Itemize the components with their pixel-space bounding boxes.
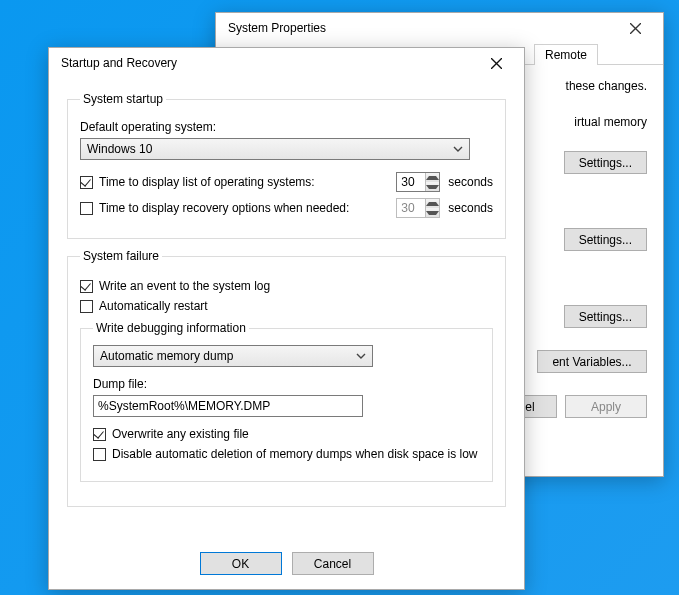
tab-remote[interactable]: Remote <box>534 44 598 65</box>
write-debug-info-group: Write debugging information Automatic me… <box>80 321 493 482</box>
spinner-down-icon[interactable] <box>426 182 439 191</box>
chk-disable-auto-delete-label: Disable automatic deletion of memory dum… <box>112 447 478 461</box>
chevron-down-icon <box>356 351 366 361</box>
debug-info-select[interactable]: Automatic memory dump <box>93 345 373 367</box>
system-startup-legend: System startup <box>80 92 166 106</box>
chk-write-event-log[interactable] <box>80 280 93 293</box>
environment-variables-button[interactable]: ent Variables... <box>537 350 647 373</box>
default-os-select[interactable]: Windows 10 <box>80 138 470 160</box>
write-debug-info-legend: Write debugging information <box>93 321 249 335</box>
dialog-footer: OK Cancel <box>49 542 524 589</box>
spinner-up-icon[interactable] <box>426 173 439 182</box>
chk-overwrite-existing-label: Overwrite any existing file <box>112 427 249 441</box>
default-os-value: Windows 10 <box>87 142 152 156</box>
seconds-label: seconds <box>448 201 493 215</box>
dialog-title: Startup and Recovery <box>61 56 177 70</box>
chk-display-os-label: Time to display list of operating system… <box>99 175 315 189</box>
dialog-titlebar: Startup and Recovery <box>49 48 524 78</box>
chk-disable-auto-delete[interactable] <box>93 448 106 461</box>
system-startup-group: System startup Default operating system:… <box>67 92 506 239</box>
system-failure-group: System failure Write an event to the sys… <box>67 249 506 507</box>
chk-display-recovery-label: Time to display recovery options when ne… <box>99 201 349 215</box>
chk-write-event-log-label: Write an event to the system log <box>99 279 270 293</box>
dump-file-label: Dump file: <box>93 377 480 391</box>
chk-auto-restart[interactable] <box>80 300 93 313</box>
chk-overwrite-existing[interactable] <box>93 428 106 441</box>
display-os-seconds-value: 30 <box>397 173 425 191</box>
settings-button-3[interactable]: Settings... <box>564 305 647 328</box>
chk-auto-restart-label: Automatically restart <box>99 299 208 313</box>
tab-remote-label: Remote <box>545 48 587 62</box>
system-failure-legend: System failure <box>80 249 162 263</box>
bg-apply-button[interactable]: Apply <box>565 395 647 418</box>
debug-info-value: Automatic memory dump <box>100 349 233 363</box>
chevron-down-icon <box>453 144 463 154</box>
display-recovery-seconds-value: 30 <box>397 199 425 217</box>
spinner-down-icon <box>426 208 439 217</box>
settings-button-2[interactable]: Settings... <box>564 228 647 251</box>
startup-recovery-dialog: Startup and Recovery System startup Defa… <box>48 47 525 590</box>
display-recovery-seconds-spinner: 30 <box>396 198 440 218</box>
spinner-up-icon <box>426 199 439 208</box>
chk-display-os-list[interactable] <box>80 176 93 189</box>
close-icon[interactable] <box>476 49 516 77</box>
cancel-button[interactable]: Cancel <box>292 552 374 575</box>
seconds-label: seconds <box>448 175 493 189</box>
close-icon[interactable] <box>615 14 655 42</box>
system-properties-title: System Properties <box>228 21 326 35</box>
default-os-label: Default operating system: <box>80 120 493 134</box>
system-properties-titlebar: System Properties <box>216 13 663 43</box>
ok-button[interactable]: OK <box>200 552 282 575</box>
chk-display-recovery-options[interactable] <box>80 202 93 215</box>
settings-button-1[interactable]: Settings... <box>564 151 647 174</box>
display-os-seconds-spinner[interactable]: 30 <box>396 172 440 192</box>
dump-file-input[interactable] <box>93 395 363 417</box>
